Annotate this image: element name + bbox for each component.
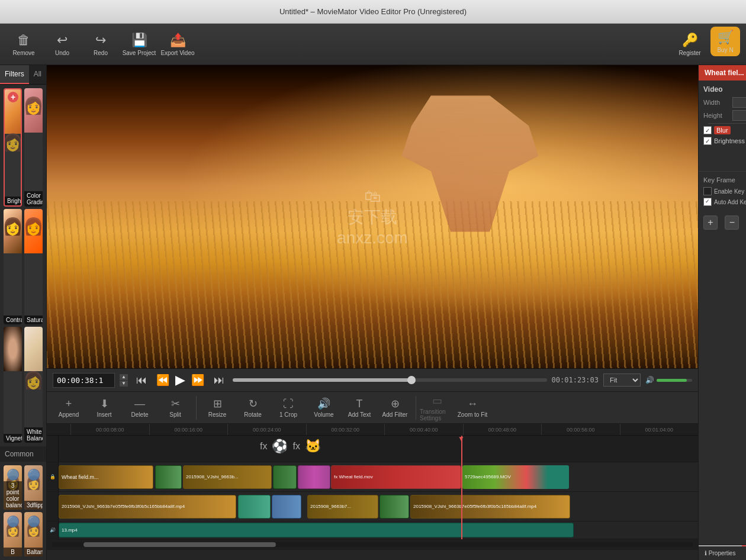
lock-icon: 🔒 [50,474,56,479]
clip-2015-3[interactable]: 2015908_9663b7... [307,495,378,519]
tab-all[interactable]: All [29,65,46,84]
clip-wheat-1[interactable]: Wheat field.m... [59,465,153,489]
filter-item-3dflippe[interactable]: 👩🔵 3dflippe [24,465,43,510]
clip-audio[interactable]: 13.mp4 [59,523,574,538]
timeline-ruler: 00:00:08:00 00:00:16:00 00:00:24:00 00:0… [47,424,698,436]
transition-settings-button[interactable]: ▭ Transition Settings [420,393,454,423]
buy-button[interactable]: 🛒 Buy N [710,27,740,56]
video-track-2-row: 2015908_VJshi_9663b7e05f5fe6fb3f0b5c165b… [47,492,698,522]
redo-label: Redo [94,50,108,56]
ruler-mark-6: 00:00:48:00 [463,424,542,435]
clip-2015-4[interactable]: 2015908_VJshi_9663b7e05f5fe6fb3f0b5c165b… [410,495,570,519]
filter-item-saturation[interactable]: 👩 Saturation [24,209,43,325]
brightness-checkbox[interactable] [703,137,712,145]
filter-item-baltan[interactable]: 👩🔵 Baltan [24,512,43,556]
insert-button[interactable]: ⬇ Insert [87,393,121,423]
remove-keyframe-button[interactable]: − [725,215,739,230]
center-panel: 🛍安下载anxz.com ▲ ▼ ⏮ ⏪ ▶ ⏩ ⏭ 00:01:23:03 [47,65,698,560]
width-input[interactable] [732,97,746,108]
undo-button[interactable]: ↩ Undo [44,27,80,62]
fit-select[interactable]: Fit 100% 50% [603,374,641,387]
scrollbar-thumb[interactable] [83,542,276,547]
add-text-button[interactable]: T Add Text [342,393,377,423]
clip-green-3[interactable] [380,495,409,519]
keyframe-title: Key Frame [703,176,746,184]
clip-green-2[interactable] [273,465,297,489]
crop-button[interactable]: ⛶ 1 Crop [271,393,306,423]
tab-properties[interactable]: ℹ Properties [699,545,742,560]
skip-start-button[interactable]: ⏮ [133,373,150,388]
filter-item-b[interactable]: 👩🔵 B [4,512,22,556]
auto-keyframe-checkbox[interactable] [703,198,712,206]
emoji-ball: ⚽ [272,439,288,454]
ruler-mark-8: 00:01:04:00 [620,424,699,435]
volume-bar[interactable] [657,379,692,382]
split-icon: ✂ [171,397,180,410]
clip-green-1[interactable] [155,465,182,489]
video-props: Video Width Height Blur Brightness [699,81,746,152]
blur-checkbox[interactable] [703,126,712,134]
filter-item-3point[interactable]: 👩🔵 3 point color balance [4,465,22,510]
face-overlay-2: 👩 [24,88,43,123]
zoom-label: Zoom to Fit [458,411,488,418]
rotate-button[interactable]: ↻ Rotate [236,393,270,423]
scrollbar-track[interactable] [52,542,693,547]
add-filter-button[interactable]: ⊕ Add Filter [378,393,412,423]
save-button[interactable]: 💾 Save Project [121,27,157,62]
filter-item-brightness[interactable]: 👩 + Brightness [4,88,22,207]
filter-item-contrast[interactable]: 👩 Contrast [4,209,22,325]
common-section-header: Common [0,446,46,462]
filter-item-vignette[interactable]: Vignette [4,327,22,443]
clip-wheat-1-label: Wheat field.m... [62,474,99,480]
time-down-button[interactable]: ▼ [120,381,128,387]
play-button[interactable]: ▶ [175,372,185,388]
zoom-to-fit-button[interactable]: ↔ Zoom to Fit [455,393,490,423]
timeline-scrubber[interactable] [233,378,547,382]
clip-wheat-selected[interactable]: fx Wheat field.mov [331,465,461,489]
face-overlay-3: 👩 [4,209,22,244]
video-track-2-label [47,492,59,521]
delete-button[interactable]: — Delete [123,393,157,423]
video-section-title: Video [703,85,746,94]
rewind-button[interactable]: ⏪ [153,372,173,388]
skip-end-button[interactable]: ⏭ [210,373,228,388]
clip-2015-2[interactable]: 2015908_VJshi_9663b7e05f5fe6fb3f0b5c165b… [59,495,236,519]
timeline[interactable]: 00:00:08:00 00:00:16:00 00:00:24:00 00:0… [47,424,698,560]
video-preview [47,65,698,368]
volume-button[interactable]: 🔊 Volume [307,393,341,423]
video-track-2-content: 2015908_VJshi_9663b7e05f5fe6fb3f0b5c165b… [59,492,698,521]
delete-icon: — [134,398,145,410]
clip-tulips[interactable]: 5729aec495689.MOV [462,465,569,489]
clip-mountain[interactable] [272,495,301,519]
tab-filters[interactable]: Filters [0,65,29,84]
filter-item-whitebalance[interactable]: 👩 White Balance [24,327,43,443]
split-button[interactable]: ✂ Split [158,393,192,423]
clip-2015908-1[interactable]: 2015908_VJshi_9663b... [183,465,272,489]
export-button[interactable]: 📤 Export Video [160,27,195,62]
filter-item-colorgrading[interactable]: 👩 Color Grading [24,88,43,207]
time-up-button[interactable]: ▲ [120,374,128,380]
enable-keyframe-checkbox[interactable] [703,187,712,195]
audio-track-content: 13.mp4 [59,522,698,539]
fast-forward-button[interactable]: ⏩ [188,372,208,388]
remove-button[interactable]: 🗑 Remove [6,27,41,62]
clip-colorful-1[interactable] [298,465,330,489]
export-label: Export Video [160,50,194,56]
add-keyframe-button[interactable]: + [703,215,718,230]
resize-button[interactable]: ⊞ Resize [200,393,234,423]
filter-label-saturation: Saturation [24,316,43,324]
plus-minus-group: + − [699,152,746,171]
ruler-mark-2: 00:00:16:00 [149,424,228,435]
append-button[interactable]: + Append [52,393,86,423]
scrubber-handle[interactable] [407,376,416,384]
height-input[interactable] [732,110,746,121]
tab-filter[interactable]: fx Filter [742,545,746,560]
timecode-input[interactable] [53,373,115,388]
split-label: Split [169,411,181,418]
redo-button[interactable]: ↪ Redo [83,27,118,62]
register-button[interactable]: 🔑 Register [672,27,708,62]
clip-colorful-2[interactable] [238,495,271,519]
duration-display: 00:01:23:03 [552,376,599,384]
append-icon: + [66,398,72,410]
properties-icon: ℹ [705,550,707,556]
